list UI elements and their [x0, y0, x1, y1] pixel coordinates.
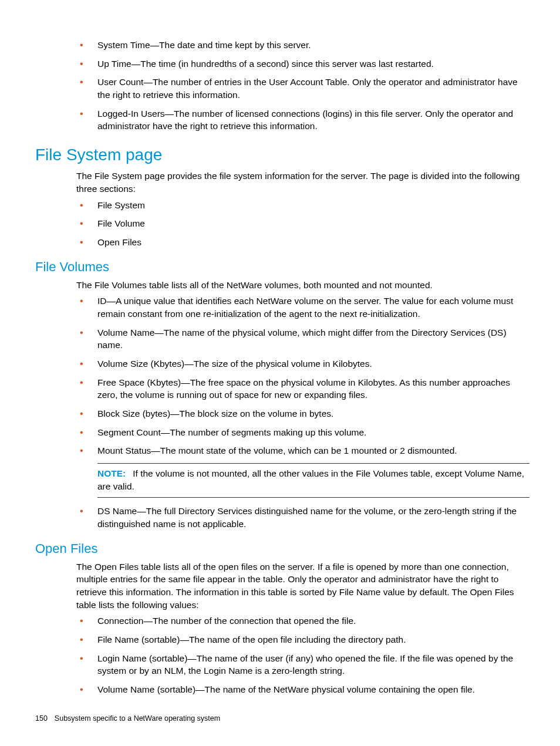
vol-bullet-list-continued: DS Name—The full Directory Services dist…: [76, 505, 529, 530]
note-callout: NOTE:If the volume is not mounted, all t…: [97, 463, 529, 498]
list-item: Block Size (bytes)—The block size on the…: [76, 407, 529, 420]
vol-bullet-list: ID—A unique value that identifies each N…: [76, 295, 529, 457]
list-item: Open Files: [76, 236, 529, 249]
top-bullet-list: System Time—The date and time kept by th…: [76, 39, 529, 133]
list-item: User Count—The number of entries in the …: [76, 76, 529, 101]
top-bullet-list-container: System Time—The date and time kept by th…: [76, 39, 529, 133]
body-text: The File System page provides the file s…: [76, 170, 529, 195]
fs-content: The File System page provides the file s…: [76, 170, 529, 248]
open-bullet-list: Connection—The number of the connection …: [76, 615, 529, 696]
list-item: Volume Size (Kbytes)—The size of the phy…: [76, 357, 529, 370]
heading-file-system-page: File System page: [35, 143, 529, 166]
list-item: File System: [76, 199, 529, 212]
body-text: The Open Files table lists all of the op…: [76, 561, 529, 612]
open-content: The Open Files table lists all of the op…: [76, 561, 529, 696]
list-item: Segment Count—The number of segments mak…: [76, 426, 529, 439]
note-text: If the volume is not mounted, all the ot…: [97, 468, 524, 491]
list-item: Volume Name—The name of the physical vol…: [76, 326, 529, 352]
vol-content: The File Volumes table lists all of the …: [76, 279, 529, 531]
list-item: DS Name—The full Directory Services dist…: [76, 505, 529, 530]
note-label: NOTE:: [97, 468, 126, 478]
fs-bullet-list: File System File Volume Open Files: [76, 199, 529, 249]
list-item: File Volume: [76, 217, 529, 230]
list-item: Free Space (Kbytes)—The free space on th…: [76, 376, 529, 401]
list-item: Connection—The number of the connection …: [76, 615, 529, 627]
list-item: Volume Name (sortable)—The name of the N…: [76, 683, 529, 696]
footer-text: Subsystem specific to a NetWare operatin…: [55, 714, 220, 723]
list-item: ID—A unique value that identifies each N…: [76, 295, 529, 320]
heading-file-volumes: File Volumes: [35, 258, 529, 276]
list-item: Up Time—The time (in hundredths of a sec…: [76, 58, 529, 70]
page-number: 150: [35, 714, 48, 723]
body-text: The File Volumes table lists all of the …: [76, 279, 529, 292]
page-footer: 150Subsystem specific to a NetWare opera…: [35, 714, 220, 724]
list-item: Mount Status—The mount state of the volu…: [76, 444, 529, 457]
list-item: System Time—The date and time kept by th…: [76, 39, 529, 52]
list-item: File Name (sortable)—The name of the ope…: [76, 633, 529, 646]
list-item: Logged-In Users—The number of licensed c…: [76, 107, 529, 133]
list-item: Login Name (sortable)—The name of the us…: [76, 652, 529, 677]
heading-open-files: Open Files: [35, 540, 529, 558]
document-page: System Time—The date and time kept by th…: [0, 0, 560, 746]
